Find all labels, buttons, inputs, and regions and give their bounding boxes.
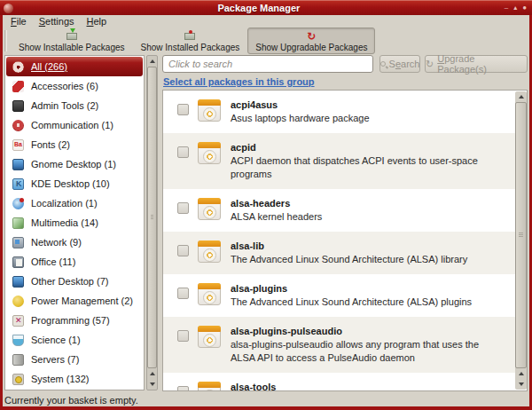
menu-settings[interactable]: Settings	[39, 16, 74, 27]
package-checkbox[interactable]	[177, 245, 189, 256]
sidebar-item-localization[interactable]: Localization (1)	[6, 193, 143, 213]
upgrade-packages-button[interactable]: ↻ Upgrade Package(s)	[425, 55, 528, 73]
package-row-alsa-lib[interactable]: alsa-lib The Advanced Linux Sound Archit…	[163, 232, 515, 274]
fonts-icon	[12, 139, 24, 151]
sidebar-item-other-desktop[interactable]: Other Desktop (7)	[6, 272, 143, 291]
sidebar-item-communication[interactable]: Communication (1)	[6, 115, 143, 135]
package-name: alsa-headers	[231, 197, 322, 210]
sidebar-item-label: Other Desktop (7)	[31, 276, 108, 287]
package-checkbox[interactable]	[177, 288, 189, 299]
upgrade-icon: ↻	[426, 59, 434, 69]
toolbar-grip[interactable]	[4, 30, 7, 51]
minimize-icon[interactable]: –	[505, 4, 508, 12]
sidebar-item-network[interactable]: Network (9)	[6, 233, 143, 252]
package-list-scrollbar[interactable]	[515, 91, 527, 390]
package-box-icon	[198, 198, 221, 220]
communication-icon	[12, 120, 24, 131]
sidebar-item-label: Communication (1)	[31, 120, 113, 130]
app-icon	[4, 4, 13, 13]
sidebar-item-label: Power Management (2)	[31, 296, 133, 306]
toolbar: Show Installable Packages Show Installed…	[3, 28, 529, 54]
multimedia-icon	[12, 217, 24, 229]
package-checkbox[interactable]	[177, 146, 189, 158]
package-installed-icon	[184, 30, 195, 42]
all-packages-icon	[12, 61, 24, 73]
package-description: alsa-plugins-pulseaudio allows any progr…	[231, 338, 497, 365]
sidebar-item-label: Accessories (6)	[31, 81, 98, 91]
package-row-alsa-tools[interactable]: alsa-tools ALSA console tools	[163, 373, 515, 390]
package-list: acpi4asus Asus laptops hardware package …	[162, 90, 528, 391]
sidebar-item-label: Servers (7)	[31, 354, 79, 365]
select-all-packages-link[interactable]: Select all packages in this group	[163, 76, 315, 87]
scroll-up-icon[interactable]	[147, 368, 157, 379]
search-button[interactable]: Search	[379, 55, 420, 73]
package-box-icon	[198, 142, 221, 164]
sidebar-item-system[interactable]: System (132)	[6, 369, 143, 389]
statusbar: Currently your basket is empty.	[3, 393, 529, 406]
scroll-down-icon[interactable]	[147, 379, 157, 390]
package-row-alsa-plugins-pulseaudio[interactable]: alsa-plugins-pulseaudio alsa-plugins-pul…	[163, 317, 515, 373]
package-checkbox[interactable]	[177, 202, 189, 214]
package-description: The Advanced Linux Sound Architecture (A…	[231, 296, 472, 309]
sidebar-item-label: Gnome Desktop (1)	[31, 159, 116, 170]
sidebar-item-office[interactable]: Office (11)	[6, 252, 143, 272]
sidebar-item-label: Multimedia (14)	[31, 217, 98, 228]
scrollbar-thumb[interactable]	[515, 102, 527, 368]
sidebar-item-servers[interactable]: Servers (7)	[6, 350, 143, 369]
scroll-up-icon[interactable]	[515, 91, 527, 102]
scroll-up-icon[interactable]	[515, 368, 527, 379]
menu-file[interactable]: File	[11, 16, 27, 27]
menubar: File Settings Help	[3, 15, 529, 28]
sidebar-item-programming[interactable]: Programming (57)	[6, 311, 143, 330]
kde-desktop-icon	[12, 178, 24, 190]
package-row-alsa-plugins[interactable]: alsa-plugins The Advanced Linux Sound Ar…	[163, 274, 515, 317]
admin-tools-icon	[12, 100, 24, 112]
titlebar[interactable]: Package Manager – ▴ ●	[0, 0, 532, 15]
sidebar-item-kde-desktop[interactable]: KDE Desktop (10)	[6, 174, 143, 193]
localization-icon	[12, 198, 24, 209]
accessories-icon	[12, 81, 24, 92]
scrollbar-thumb[interactable]	[147, 67, 157, 368]
window-frame	[0, 0, 3, 410]
system-icon	[12, 374, 24, 385]
sidebar-item-label: All (266)	[31, 61, 67, 72]
sidebar-item-label: KDE Desktop (10)	[31, 178, 110, 189]
package-description: ALSA kernel headers	[231, 210, 322, 224]
maximize-icon[interactable]: ▴	[513, 4, 517, 12]
package-box-icon	[198, 283, 221, 305]
package-install-icon	[66, 30, 77, 42]
package-checkbox[interactable]	[177, 104, 189, 115]
package-description: ACPI daemon that dispatches ACPI events …	[231, 154, 497, 181]
package-row-alsa-headers[interactable]: alsa-headers ALSA kernel headers	[163, 189, 515, 232]
sidebar-item-accessories[interactable]: Accessories (6)	[6, 76, 143, 96]
sidebar-item-power-management[interactable]: Power Management (2)	[6, 291, 143, 311]
sidebar-item-fonts[interactable]: Fonts (2)	[6, 135, 143, 154]
science-icon	[12, 335, 24, 346]
package-checkbox[interactable]	[177, 330, 189, 342]
package-description: The Advanced Linux Sound Architecture (A…	[231, 253, 467, 266]
window-frame	[0, 406, 532, 410]
scroll-up-icon[interactable]	[147, 56, 157, 67]
close-icon[interactable]: ●	[522, 4, 527, 12]
package-checkbox[interactable]	[177, 386, 189, 390]
sidebar-scrollbar[interactable]	[146, 55, 158, 390]
search-input[interactable]	[162, 55, 373, 73]
sidebar-item-admin-tools[interactable]: Admin Tools (2)	[6, 96, 143, 115]
menu-help[interactable]: Help	[87, 16, 107, 27]
package-manager-window: Package Manager – ▴ ● File Settings Help…	[0, 0, 532, 410]
programming-icon	[12, 315, 24, 327]
show-installed-packages-button[interactable]: Show Installed Packages	[133, 28, 248, 54]
show-upgradable-packages-button[interactable]: ↻ Show Upgradable Packages	[247, 28, 375, 54]
sidebar-item-all[interactable]: All (266)	[6, 57, 143, 76]
show-installable-packages-button[interactable]: Show Installable Packages	[11, 28, 133, 54]
package-row-acpid[interactable]: acpid ACPI daemon that dispatches ACPI e…	[163, 133, 515, 189]
sidebar-item-multimedia[interactable]: Multimedia (14)	[6, 213, 143, 233]
scroll-down-icon[interactable]	[515, 379, 527, 390]
sidebar-item-label: Programming (57)	[31, 315, 110, 326]
package-box-icon	[198, 240, 221, 263]
package-box-icon	[198, 326, 221, 348]
sidebar-item-science[interactable]: Science (1)	[6, 330, 143, 350]
sidebar-item-label: Admin Tools (2)	[31, 100, 98, 111]
sidebar-item-gnome-desktop[interactable]: Gnome Desktop (1)	[6, 154, 143, 174]
package-row-acpi4asus[interactable]: acpi4asus Asus laptops hardware package	[163, 91, 515, 133]
